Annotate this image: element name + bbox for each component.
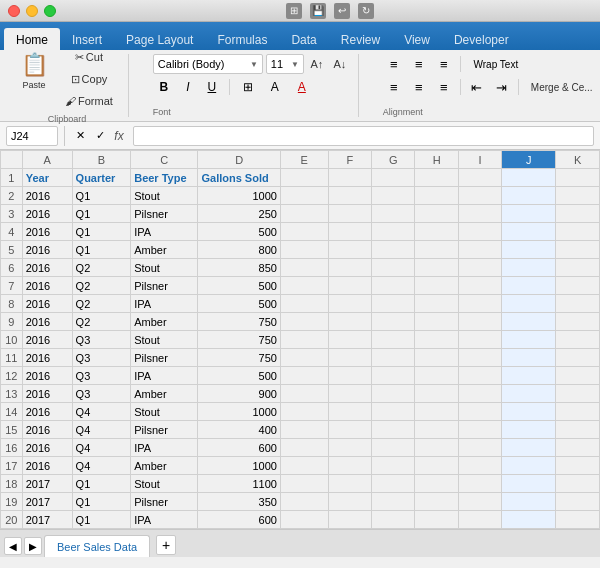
tab-view[interactable]: View: [392, 28, 442, 50]
merge-cells-button[interactable]: Merge & Ce...: [524, 77, 600, 97]
formula-input[interactable]: [133, 126, 594, 146]
bold-button[interactable]: B: [153, 77, 175, 97]
cell-reference-box[interactable]: J24: [6, 126, 58, 146]
cell-a4[interactable]: 2016: [22, 223, 72, 241]
cell-d7[interactable]: 500: [198, 277, 280, 295]
cell-f19[interactable]: [328, 493, 371, 511]
cell-i7[interactable]: [458, 277, 501, 295]
cut-button[interactable]: ✂ Cut: [58, 47, 120, 67]
cell-b10[interactable]: Q3: [72, 331, 131, 349]
cell-f15[interactable]: [328, 421, 371, 439]
cell-i10[interactable]: [458, 331, 501, 349]
row-number[interactable]: 9: [1, 313, 23, 331]
cell-k20[interactable]: [556, 511, 600, 529]
sheet-tab-beer-sales-data[interactable]: Beer Sales Data: [44, 535, 150, 557]
cell-g12[interactable]: [372, 367, 415, 385]
cell-k14[interactable]: [556, 403, 600, 421]
cell-i6[interactable]: [458, 259, 501, 277]
cell-a9[interactable]: 2016: [22, 313, 72, 331]
cell-f11[interactable]: [328, 349, 371, 367]
cell-i4[interactable]: [458, 223, 501, 241]
cell-k15[interactable]: [556, 421, 600, 439]
row-number[interactable]: 14: [1, 403, 23, 421]
cell-d9[interactable]: 750: [198, 313, 280, 331]
cell-g2[interactable]: [372, 187, 415, 205]
cell-i3[interactable]: [458, 205, 501, 223]
col-header-f[interactable]: F: [328, 151, 371, 169]
cell-h7[interactable]: [415, 277, 458, 295]
cell-d5[interactable]: 800: [198, 241, 280, 259]
cell-d8[interactable]: 500: [198, 295, 280, 313]
cell-d6[interactable]: 850: [198, 259, 280, 277]
row-number[interactable]: 19: [1, 493, 23, 511]
cell-i13[interactable]: [458, 385, 501, 403]
row-number[interactable]: 17: [1, 457, 23, 475]
cell-b3[interactable]: Q1: [72, 205, 131, 223]
cell-f16[interactable]: [328, 439, 371, 457]
cell-h11[interactable]: [415, 349, 458, 367]
col-header-c[interactable]: C: [131, 151, 198, 169]
cell-a5[interactable]: 2016: [22, 241, 72, 259]
col-header-d[interactable]: D: [198, 151, 280, 169]
cell-i16[interactable]: [458, 439, 501, 457]
cell-e8[interactable]: [280, 295, 328, 313]
italic-button[interactable]: I: [177, 77, 199, 97]
cell-j8[interactable]: [502, 295, 556, 313]
cell-b7[interactable]: Q2: [72, 277, 131, 295]
cell-i9[interactable]: [458, 313, 501, 331]
font-selector[interactable]: Calibri (Body) ▼: [153, 54, 263, 74]
sheet-nav-next[interactable]: ▶: [24, 537, 42, 555]
cell-f17[interactable]: [328, 457, 371, 475]
col-header-g[interactable]: G: [372, 151, 415, 169]
cell-a11[interactable]: 2016: [22, 349, 72, 367]
cell-k4[interactable]: [556, 223, 600, 241]
cell-f7[interactable]: [328, 277, 371, 295]
cell-a17[interactable]: 2016: [22, 457, 72, 475]
col-header-e[interactable]: E: [280, 151, 328, 169]
cell-b16[interactable]: Q4: [72, 439, 131, 457]
cell-a8[interactable]: 2016: [22, 295, 72, 313]
cell-b12[interactable]: Q3: [72, 367, 131, 385]
cell-i20[interactable]: [458, 511, 501, 529]
maximize-button[interactable]: [44, 5, 56, 17]
cell-j2[interactable]: [502, 187, 556, 205]
cell-c20[interactable]: IPA: [131, 511, 198, 529]
cell-j12[interactable]: [502, 367, 556, 385]
cell-f4[interactable]: [328, 223, 371, 241]
cell-h5[interactable]: [415, 241, 458, 259]
cell-f12[interactable]: [328, 367, 371, 385]
cell-c3[interactable]: Pilsner: [131, 205, 198, 223]
cell-j7[interactable]: [502, 277, 556, 295]
wrap-text-button[interactable]: Wrap Text: [466, 54, 526, 74]
cell-k3[interactable]: [556, 205, 600, 223]
cell-h14[interactable]: [415, 403, 458, 421]
cell-b20[interactable]: Q1: [72, 511, 131, 529]
cell-d1[interactable]: Gallons Sold: [198, 169, 280, 187]
cell-b4[interactable]: Q1: [72, 223, 131, 241]
cell-c16[interactable]: IPA: [131, 439, 198, 457]
cell-g11[interactable]: [372, 349, 415, 367]
paste-button[interactable]: 📋 Paste: [14, 47, 54, 95]
cell-j4[interactable]: [502, 223, 556, 241]
cell-d11[interactable]: 750: [198, 349, 280, 367]
redo-icon[interactable]: ↻: [358, 3, 374, 19]
cell-i12[interactable]: [458, 367, 501, 385]
cell-g18[interactable]: [372, 475, 415, 493]
cell-j16[interactable]: [502, 439, 556, 457]
cell-j3[interactable]: [502, 205, 556, 223]
indent-increase-button[interactable]: ⇥: [491, 77, 513, 97]
cell-e11[interactable]: [280, 349, 328, 367]
cell-h2[interactable]: [415, 187, 458, 205]
minimize-button[interactable]: [26, 5, 38, 17]
cell-b8[interactable]: Q2: [72, 295, 131, 313]
cell-c8[interactable]: IPA: [131, 295, 198, 313]
tab-page-layout[interactable]: Page Layout: [114, 28, 205, 50]
cell-g13[interactable]: [372, 385, 415, 403]
cell-a6[interactable]: 2016: [22, 259, 72, 277]
cell-k8[interactable]: [556, 295, 600, 313]
cell-b18[interactable]: Q1: [72, 475, 131, 493]
row-number[interactable]: 15: [1, 421, 23, 439]
cell-k19[interactable]: [556, 493, 600, 511]
cell-a13[interactable]: 2016: [22, 385, 72, 403]
cell-e16[interactable]: [280, 439, 328, 457]
